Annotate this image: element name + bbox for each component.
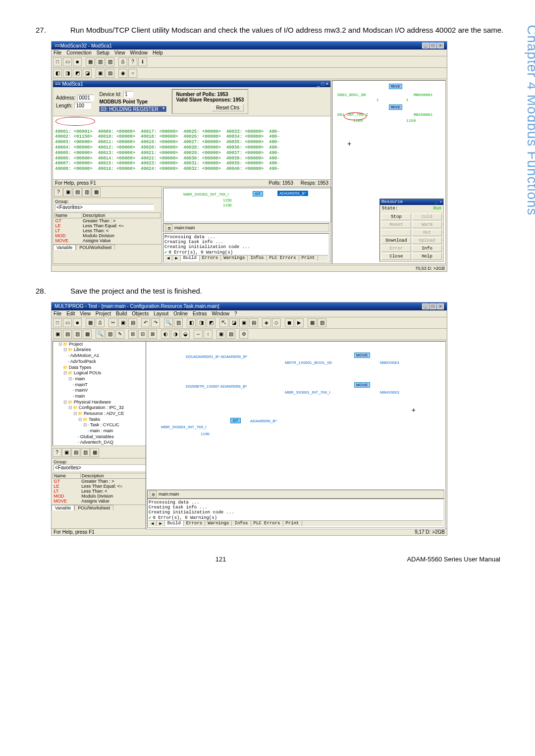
mp-maximize-button[interactable]: □ <box>429 303 436 309</box>
mp-menu-build[interactable]: Build <box>116 311 127 316</box>
stop-button[interactable]: Stop <box>381 213 411 220</box>
mp-menu-project[interactable]: Project <box>96 311 111 316</box>
toolbar-new-icon[interactable]: □ <box>53 57 62 66</box>
group-select[interactable]: <Favorites> <box>55 204 154 210</box>
gt-block[interactable]: GT <box>253 191 263 197</box>
mp-nav-icon-a[interactable]: ? <box>53 448 61 457</box>
mp-nav-icon-c[interactable]: ▤ <box>71 448 80 457</box>
mp-group-select[interactable]: <Favorites> <box>54 464 153 471</box>
nav-icon-a[interactable]: ? <box>54 188 63 197</box>
mp-tb2-c-icon[interactable]: ▥ <box>73 330 82 339</box>
mp-nav-icon-d[interactable]: ▥ <box>81 448 90 457</box>
mp-out-tab-print[interactable]: Print <box>283 521 302 526</box>
mp-tb-l-icon[interactable]: ▧ <box>318 318 326 327</box>
mp-out-tab-warnings[interactable]: Warnings <box>205 521 232 526</box>
output-tab-build[interactable]: Build <box>181 255 200 261</box>
mp-tb-print-icon[interactable]: ⎙ <box>96 318 105 327</box>
info-button[interactable]: Info <box>412 245 442 252</box>
nav-item-mod[interactable]: MOD <box>54 233 82 238</box>
toolbar-icon-c[interactable]: ▨ <box>106 57 114 66</box>
output-tab-errors[interactable]: Errors <box>200 255 221 261</box>
mp-menu-online[interactable]: Online <box>173 311 188 316</box>
res-close-button[interactable]: × <box>440 200 442 204</box>
close-res-button[interactable]: Close <box>381 253 411 260</box>
project-tree[interactable]: ⊟Project ⊟Libraries AdvMotion_A1 AdvTool… <box>53 341 147 446</box>
nav-icon-d[interactable]: ▥ <box>82 188 91 197</box>
mp-tb-j-icon[interactable]: ◇ <box>272 318 281 327</box>
mp-tb-save-icon[interactable]: ■ <box>73 318 82 327</box>
mp-menu-edit[interactable]: Edit <box>66 311 75 316</box>
nav-item-move[interactable]: MOVE <box>54 238 82 243</box>
nav-item-le[interactable]: LE <box>54 223 82 228</box>
mp-tb2-zoom-icon[interactable]: 🔍 <box>96 330 105 339</box>
mp-close-button[interactable]: × <box>437 303 444 309</box>
mp-tb-h-icon[interactable]: ▤ <box>249 318 258 327</box>
mp-tb2-a-icon[interactable]: ▣ <box>53 330 62 339</box>
mp-tb2-f-icon[interactable]: ✎ <box>115 330 124 339</box>
mp-tb-cut-icon[interactable]: ✂ <box>108 318 117 327</box>
tab-variable[interactable]: Variable <box>53 245 76 250</box>
tree-main-main[interactable]: main : main <box>90 428 113 433</box>
toolbar-k-icon[interactable]: ○ <box>128 69 137 78</box>
mp-tb-g-icon[interactable]: ▣ <box>239 318 248 327</box>
tree-advantech-daq[interactable]: Advantech_DAQ <box>80 440 113 445</box>
mp-tb2-j-icon[interactable]: ◐ <box>161 330 170 339</box>
mp-tb-a-icon[interactable]: ▦ <box>86 318 95 327</box>
mp-tb2-p-icon[interactable]: ▤ <box>226 330 235 339</box>
toolbar-h-icon[interactable]: ▣ <box>96 69 105 78</box>
toolbar-j-icon[interactable]: ◉ <box>118 69 127 78</box>
mp-out-tab-infos[interactable]: Infos <box>232 521 251 526</box>
output-tab-infos[interactable]: Infos <box>248 255 267 261</box>
minimize-button[interactable]: _ <box>422 43 429 49</box>
mp-menu-view[interactable]: View <box>80 311 91 316</box>
mp-tb2-m-icon[interactable]: ↔ <box>194 330 203 339</box>
help-res-button[interactable]: Help <box>412 253 442 260</box>
cold-button[interactable]: Cold <box>412 213 442 220</box>
move-block-2[interactable]: MOVE <box>389 104 402 110</box>
tree-datatypes[interactable]: Data Types <box>69 365 91 370</box>
mp-out-tab-plc[interactable]: PLC Errors <box>251 521 283 526</box>
mp-tb-paste-icon[interactable]: ▤ <box>128 318 137 327</box>
mp-tb2-e-icon[interactable]: ▧ <box>106 330 114 339</box>
address-input[interactable]: 0001 <box>77 95 94 101</box>
toolbar-f-icon[interactable]: ◩ <box>73 69 82 78</box>
menu-connection[interactable]: Connection <box>66 50 92 55</box>
mp-main-diagram[interactable]: D01ADAM5051_B* ADAM5056_B* MBTR_1X0001_B… <box>146 341 446 529</box>
mp-tab-pou[interactable]: POU/Worksheet <box>74 505 113 510</box>
tree-tasks[interactable]: Tasks <box>89 417 100 422</box>
toolbar-d-icon[interactable]: ◧ <box>53 69 62 78</box>
error-button[interactable]: Error <box>381 245 411 252</box>
reset-ctrs-button[interactable]: Reset Ctrs <box>212 104 244 111</box>
maximize-button[interactable]: □ <box>429 43 436 49</box>
nav-item-lt[interactable]: LT <box>54 228 82 233</box>
mp-minimize-button[interactable]: _ <box>422 303 429 309</box>
output-tab-warnings[interactable]: Warnings <box>221 255 248 261</box>
mp-tb-redo-icon[interactable]: ↷ <box>151 318 160 327</box>
mp-tb2-d-icon[interactable]: ▦ <box>83 330 92 339</box>
upload-button[interactable]: Upload <box>412 237 442 244</box>
mp-tb-e-icon[interactable]: ◩ <box>207 318 215 327</box>
tree-root[interactable]: Project <box>69 342 83 347</box>
nav-icon-e[interactable]: ▦ <box>92 188 101 197</box>
move-block-1[interactable]: MOVE <box>389 84 402 89</box>
tree-resource[interactable]: Resource : ADV_CE <box>84 411 124 416</box>
mp-item-le[interactable]: LE <box>53 484 81 489</box>
mp-col-name[interactable]: Name <box>53 473 81 479</box>
mp-menu-layout[interactable]: Layout <box>154 311 168 316</box>
nav-col-desc[interactable]: Description <box>82 212 160 218</box>
tree-global-vars[interactable]: Global_Variables <box>80 434 114 439</box>
tree-advtoolpack[interactable]: AdvToolPack <box>70 359 96 364</box>
mp-tb-f-icon[interactable]: ◪ <box>229 318 238 327</box>
mp-move-1[interactable]: MOVE <box>354 353 370 358</box>
tree-mainT[interactable]: mainT <box>75 382 88 387</box>
mp-menu-help[interactable]: ? <box>234 311 237 316</box>
toolbar-e-icon[interactable]: ◨ <box>63 69 72 78</box>
toolbar-icon-b[interactable]: ▧ <box>96 57 105 66</box>
download-button[interactable]: Download <box>381 237 411 244</box>
toolbar-icon-a[interactable]: ▦ <box>86 57 95 66</box>
mp-menu-extras[interactable]: Extras <box>193 311 207 316</box>
inner-close-button[interactable]: × <box>325 81 328 87</box>
tree-task-cyclic[interactable]: Task : CYCLIC <box>90 422 119 427</box>
inner-maximize-button[interactable]: □ <box>321 81 324 87</box>
mp-tb2-k-icon[interactable]: ◑ <box>171 330 180 339</box>
